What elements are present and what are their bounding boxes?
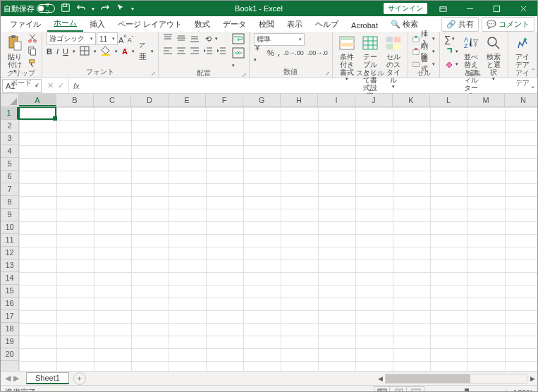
align-center-icon[interactable]: [176, 46, 186, 57]
comments-button[interactable]: 💬コメント: [482, 17, 534, 32]
zoom-out-button[interactable]: −: [430, 388, 434, 393]
decrease-font-icon[interactable]: Aˇ: [128, 35, 134, 44]
align-top-icon[interactable]: [163, 33, 173, 44]
increase-decimal-icon[interactable]: .0→.00: [283, 49, 304, 56]
select-all-corner[interactable]: [1, 94, 19, 107]
row-header[interactable]: 8: [1, 196, 18, 209]
maximize-icon[interactable]: [485, 1, 508, 16]
phonetic-icon[interactable]: ア亜: [139, 41, 147, 63]
font-name-combo[interactable]: 游ゴシック: [47, 32, 96, 45]
new-sheet-button[interactable]: ＋: [73, 372, 86, 385]
autosave-toggle[interactable]: 自動保存 オフ: [4, 4, 55, 14]
fx-icon[interactable]: fx: [69, 82, 84, 90]
row-header[interactable]: 1: [1, 107, 18, 120]
tab-scroll-left-icon[interactable]: ◀: [5, 374, 11, 383]
close-icon[interactable]: [512, 1, 534, 16]
sheet-tab[interactable]: Sheet1: [26, 372, 69, 384]
search-button[interactable]: 🔍 検索: [384, 17, 424, 32]
row-header[interactable]: 18: [1, 323, 18, 336]
row-header[interactable]: 3: [1, 133, 18, 145]
tab-home[interactable]: ホーム: [47, 16, 83, 32]
underline-button[interactable]: U: [63, 47, 68, 56]
dialog-launcher-icon[interactable]: ⤢: [35, 82, 39, 88]
row-header[interactable]: 7: [1, 183, 18, 196]
column-header[interactable]: I: [318, 94, 355, 106]
row-headers[interactable]: 1234567891011121314151617181920: [1, 107, 19, 371]
column-header[interactable]: M: [467, 94, 505, 106]
cut-icon[interactable]: [27, 33, 37, 44]
row-header[interactable]: 16: [1, 298, 18, 310]
decrease-indent-icon[interactable]: [203, 46, 213, 57]
tab-data[interactable]: データ: [216, 17, 252, 32]
increase-indent-icon[interactable]: [216, 46, 226, 57]
column-header[interactable]: K: [393, 94, 430, 106]
share-button[interactable]: 🔗共有: [441, 17, 479, 32]
merge-center-icon[interactable]: ▾: [232, 47, 245, 68]
page-break-view-icon[interactable]: [408, 387, 424, 393]
column-header[interactable]: F: [206, 94, 243, 106]
row-header[interactable]: 6: [1, 171, 18, 183]
italic-button[interactable]: I: [56, 47, 59, 56]
decrease-decimal-icon[interactable]: .00→.0: [307, 49, 328, 56]
scroll-right-icon[interactable]: ▶: [527, 375, 537, 382]
row-header[interactable]: 9: [1, 209, 18, 221]
ribbon-display-icon[interactable]: [432, 1, 454, 16]
column-header[interactable]: L: [430, 94, 467, 106]
cell-styles-button[interactable]: セルのスタイル▾: [384, 33, 403, 90]
increase-font-icon[interactable]: A^: [118, 34, 127, 44]
ideas-button[interactable]: アイデア: [513, 33, 532, 68]
undo-icon[interactable]: [76, 3, 86, 14]
font-color-icon[interactable]: A: [122, 47, 128, 56]
tab-acrobat[interactable]: Acrobat: [345, 19, 384, 32]
row-header[interactable]: 12: [1, 247, 18, 259]
autosum-button[interactable]: ∑▾: [444, 33, 458, 44]
column-header[interactable]: E: [169, 94, 206, 106]
dialog-launcher-icon[interactable]: ⤢: [242, 72, 247, 78]
tab-scroll-right-icon[interactable]: ▶: [13, 374, 19, 383]
row-header[interactable]: 11: [1, 234, 18, 247]
tab-view[interactable]: 表示: [281, 17, 309, 32]
tab-review[interactable]: 校閲: [252, 17, 281, 32]
column-header[interactable]: H: [281, 94, 318, 106]
wrap-text-icon[interactable]: [232, 33, 245, 46]
page-layout-view-icon[interactable]: [391, 387, 407, 393]
active-cell[interactable]: [18, 107, 56, 120]
cursor-icon[interactable]: [116, 3, 126, 14]
tab-pagelayout[interactable]: ページ レイアウト: [111, 17, 188, 32]
collapse-ribbon-icon[interactable]: ˆ: [532, 68, 534, 76]
minimize-icon[interactable]: [458, 1, 481, 16]
column-header[interactable]: A: [19, 94, 56, 106]
row-header[interactable]: 15: [1, 285, 18, 298]
fill-button[interactable]: ▾: [444, 46, 458, 57]
column-header[interactable]: D: [131, 94, 169, 106]
align-left-icon[interactable]: [163, 46, 173, 57]
row-header[interactable]: 17: [1, 310, 18, 323]
column-header[interactable]: B: [56, 94, 94, 106]
row-header[interactable]: 20: [1, 348, 18, 361]
borders-icon[interactable]: [80, 46, 90, 57]
row-header[interactable]: 2: [1, 120, 18, 133]
row-header[interactable]: 5: [1, 158, 18, 171]
orientation-icon[interactable]: ⟲: [205, 35, 212, 44]
row-header[interactable]: 10: [1, 221, 18, 234]
row-header[interactable]: 14: [1, 272, 18, 285]
font-size-combo[interactable]: 11: [97, 32, 118, 45]
comma-icon[interactable]: ,: [278, 49, 280, 57]
column-header[interactable]: N: [505, 94, 538, 106]
redo-icon[interactable]: [100, 3, 110, 14]
align-bottom-icon[interactable]: [190, 33, 200, 44]
row-header[interactable]: 4: [1, 145, 18, 158]
currency-icon[interactable]: ¥▾: [254, 43, 264, 63]
scroll-left-icon[interactable]: ◀: [375, 375, 385, 382]
cells-area[interactable]: [19, 107, 538, 371]
dialog-launcher-icon[interactable]: ⤢: [325, 71, 330, 77]
fill-handle[interactable]: [53, 116, 57, 121]
cancel-formula-icon[interactable]: ✕: [47, 81, 54, 90]
column-header[interactable]: C: [94, 94, 131, 106]
zoom-in-button[interactable]: ＋: [503, 387, 511, 392]
bold-button[interactable]: B: [47, 47, 52, 56]
horizontal-scrollbar[interactable]: ◀ ▶: [375, 374, 537, 384]
normal-view-icon[interactable]: [374, 387, 390, 393]
tab-help[interactable]: ヘルプ: [309, 17, 345, 32]
tab-formulas[interactable]: 数式: [188, 17, 216, 32]
